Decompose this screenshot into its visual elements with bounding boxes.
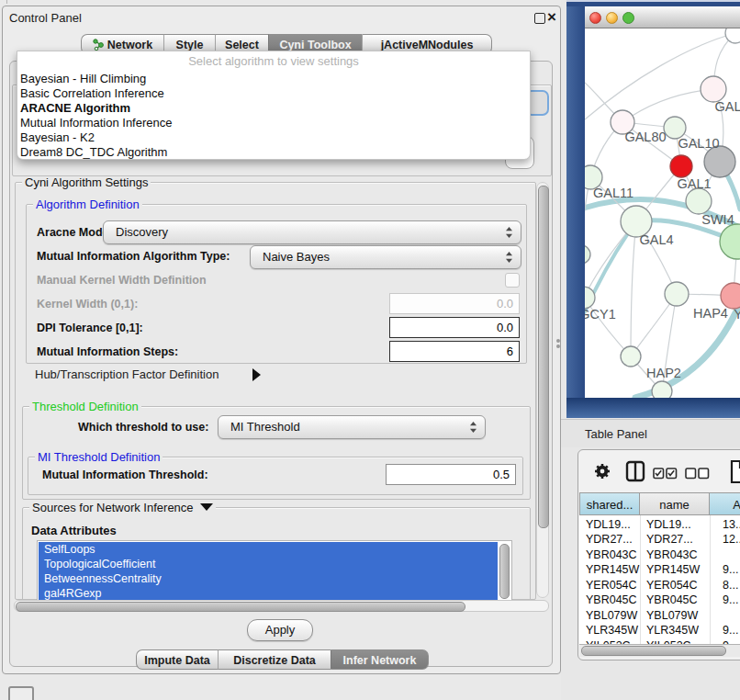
traffic-light-yellow[interactable] <box>606 12 618 24</box>
network-window-titlebar[interactable] <box>585 6 740 28</box>
algorithm-option[interactable]: Bayesian - K2 <box>17 130 530 145</box>
tab-impute-data[interactable]: Impute Data <box>136 649 218 670</box>
table-cell[interactable]: YBL079W <box>586 608 640 624</box>
network-node[interactable] <box>621 346 641 367</box>
mi-type-select[interactable]: Naive Bayes <box>250 245 521 269</box>
table-cell[interactable]: 9... <box>723 623 740 638</box>
document-icon[interactable] <box>730 459 740 488</box>
network-node[interactable] <box>652 381 672 398</box>
network-node-label: GAL10 <box>678 136 719 151</box>
network-window-frame-left <box>566 2 585 418</box>
network-node-label: HAP2 <box>646 366 681 380</box>
algorithm-option[interactable]: Dream8 DC_TDC Algorithm <box>17 145 530 160</box>
algorithm-option-list: Bayesian - Hill ClimbingBasic Correlatio… <box>17 72 530 160</box>
table-cell[interactable]: YDR27... <box>646 532 710 548</box>
network-node[interactable] <box>704 146 735 177</box>
hub-section-label[interactable]: Hub/Transcription Factor Definition <box>35 367 219 381</box>
network-node[interactable] <box>585 245 590 264</box>
column-header-a[interactable]: A <box>710 492 740 515</box>
tab-discretize-data[interactable]: Discretize Data <box>218 649 331 670</box>
which-threshold-select[interactable]: MI Threshold <box>218 415 486 439</box>
table-cell[interactable]: 8... <box>723 578 740 593</box>
table-cell[interactable]: YDL19... <box>586 517 640 533</box>
table-cell[interactable]: YDR27... <box>586 532 640 548</box>
table-cell[interactable]: YBR045C <box>646 593 710 608</box>
expand-arrow-icon[interactable] <box>252 368 261 381</box>
network-node-label: GAL11 <box>593 186 633 200</box>
collapse-arrow-icon[interactable] <box>200 503 213 511</box>
combo-arrows-icon <box>505 227 513 238</box>
attribute-item[interactable]: TopologicalCoefficient <box>39 557 498 571</box>
table-cell[interactable]: YPR145W <box>646 562 710 578</box>
kernel-width-field[interactable]: 0.0 <box>389 293 520 314</box>
column-header-shared[interactable]: shared... <box>579 492 640 515</box>
attributes-scrollbar-thumb[interactable] <box>499 544 510 599</box>
table-cell[interactable]: YLR345W <box>646 623 710 638</box>
settings-hscrollbar-thumb[interactable] <box>16 602 465 612</box>
algorithm-prompt: Select algorithm to view settings <box>17 52 530 70</box>
float-icon[interactable] <box>534 13 545 24</box>
checked-pair-icon[interactable] <box>653 467 678 483</box>
traffic-light-red[interactable] <box>589 12 601 24</box>
table-cell[interactable]: YDL19... <box>646 517 710 533</box>
aracne-mode-select[interactable]: Discovery <box>103 220 521 244</box>
table-cell[interactable]: YBR043C <box>646 548 710 563</box>
dock-icon[interactable] <box>8 686 34 700</box>
network-node[interactable] <box>721 283 740 309</box>
table-cell[interactable]: YLR345W <box>586 623 640 638</box>
network-node-label: SWI4 <box>701 212 734 227</box>
attribute-item[interactable]: gal4RGexp <box>39 586 498 601</box>
mi-steps-field[interactable]: 6 <box>389 341 520 362</box>
table-cell[interactable]: YER054C <box>586 578 640 593</box>
attribute-item[interactable]: SelfLoops <box>39 542 498 557</box>
gear-icon[interactable] <box>593 462 611 484</box>
network-node[interactable] <box>686 188 712 214</box>
algorithm-option[interactable]: Basic Correlation Inference <box>17 86 530 101</box>
table-cell[interactable]: 9... <box>723 593 740 608</box>
network-node[interactable] <box>701 76 726 102</box>
settings-scrollbar-thumb[interactable] <box>538 186 549 528</box>
algorithm-option[interactable]: Bayesian - Hill Climbing <box>17 72 530 86</box>
network-node[interactable] <box>665 282 689 306</box>
column-header-name[interactable]: name <box>640 492 710 515</box>
algorithm-option[interactable]: Mutual Information Inference <box>17 116 530 130</box>
network-node[interactable] <box>670 155 692 177</box>
algorithm-option[interactable]: ARACNE Algorithm <box>17 101 530 116</box>
network-node-label: GCY1 <box>585 307 616 322</box>
aracne-mode-label: Aracne Mode: <box>37 226 113 239</box>
traffic-light-green[interactable] <box>622 12 634 24</box>
table-cell[interactable]: YBL079W <box>646 608 710 624</box>
mi-threshold-field[interactable]: 0.5 <box>386 464 516 485</box>
table-cell[interactable]: 12... <box>723 532 740 548</box>
table-cell[interactable]: YBR045C <box>586 593 640 608</box>
unchecked-pair-icon[interactable] <box>685 467 711 483</box>
network-edge[interactable] <box>622 89 713 122</box>
manual-kernel-checkbox[interactable] <box>505 273 520 288</box>
table-cell[interactable]: 13... <box>723 517 740 533</box>
combo-arrows-icon <box>505 252 513 263</box>
split-divider-grip[interactable] <box>556 339 560 343</box>
tab-infer-network[interactable]: Infer Network <box>331 649 429 670</box>
network-edge[interactable] <box>631 221 636 356</box>
network-node-label: GAL80 <box>624 130 666 144</box>
column-view-icon[interactable] <box>625 460 645 486</box>
manual-kernel-label: Manual Kernel Width Definition <box>37 274 207 287</box>
table-hscrollbar-thumb[interactable] <box>581 646 726 656</box>
dpi-tolerance-field[interactable]: 0.0 <box>389 317 520 338</box>
attribute-item[interactable]: BetweennessCentrality <box>39 571 498 586</box>
close-icon[interactable]: × <box>547 8 556 27</box>
sources-title: Sources for Network Inference <box>29 502 216 514</box>
algorithm-popup: Select algorithm to view settings Bayesi… <box>17 51 531 160</box>
split-divider-grip[interactable] <box>556 344 560 348</box>
network-icon <box>93 39 104 51</box>
apply-button[interactable]: Apply <box>247 619 313 641</box>
network-node[interactable] <box>720 224 740 259</box>
algorithm-definition-title: Algorithm Definition <box>33 198 142 210</box>
table-cell[interactable]: YER054C <box>646 578 710 593</box>
data-attributes-list: SelfLoopsTopologicalCoefficientBetweenne… <box>37 540 512 601</box>
combo-arrows-icon <box>469 422 477 433</box>
table-cell[interactable]: YBR043C <box>586 548 640 563</box>
table-cell[interactable]: 9... <box>723 562 740 578</box>
table-cell[interactable]: YPR145W <box>586 562 640 578</box>
network-canvas[interactable]: GALGAL80GAL10GAL1SWI4GAL11GAL4GCY1HAP4YH… <box>585 28 740 398</box>
